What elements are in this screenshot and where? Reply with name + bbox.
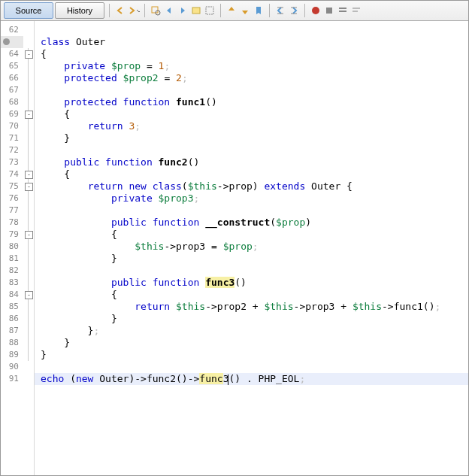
code-line[interactable] — [35, 361, 468, 373]
code-line[interactable] — [35, 205, 468, 217]
code-line[interactable]: protected $prop2 = 2; — [35, 72, 468, 84]
line-number[interactable]: 81 — [1, 253, 23, 265]
find-selection-icon[interactable] — [150, 5, 162, 17]
comment-icon[interactable] — [337, 5, 349, 17]
line-number[interactable] — [1, 36, 23, 48]
line-number[interactable]: 87 — [1, 325, 23, 337]
line-number[interactable]: 91 — [1, 373, 23, 385]
line-number[interactable]: 82 — [1, 265, 23, 277]
line-number[interactable]: 90 — [1, 361, 23, 373]
code-line[interactable]: return new class($this->prop) extends Ou… — [35, 180, 468, 193]
code-line[interactable]: }; — [35, 325, 468, 337]
line-number[interactable]: 73 — [1, 156, 23, 168]
code-line[interactable]: { — [35, 108, 468, 120]
code-line[interactable]: } — [35, 313, 468, 325]
fold-column[interactable]: ------ — [23, 21, 34, 475]
line-number[interactable]: 70 — [1, 120, 23, 132]
line-number[interactable]: 64 — [1, 48, 23, 60]
line-number[interactable]: 66 — [1, 72, 23, 84]
code-line[interactable]: public function func2() — [35, 156, 468, 168]
history-tab[interactable]: History — [55, 2, 104, 19]
nav-back-icon[interactable] — [114, 5, 126, 17]
line-number-gutter[interactable]: 6264656667686970717273747576777879808182… — [1, 21, 23, 475]
toggle-highlight-icon[interactable] — [190, 5, 202, 17]
code-line[interactable]: { — [35, 229, 468, 241]
uncomment-icon[interactable] — [350, 5, 362, 17]
shift-right-icon[interactable] — [288, 5, 300, 17]
code-line[interactable] — [35, 144, 468, 156]
code-area[interactable]: class Outer{ private $prop = 1; protecte… — [34, 21, 468, 475]
code-line[interactable] — [35, 84, 468, 96]
code-line[interactable]: return $this->prop2 + $this->prop3 + $th… — [35, 301, 468, 313]
fold-toggle[interactable]: - — [25, 291, 33, 299]
nav-fwd-dropdown-icon[interactable] — [128, 5, 140, 17]
find-next-icon[interactable] — [177, 5, 189, 17]
line-number[interactable]: 72 — [1, 144, 23, 156]
code-line[interactable]: { — [35, 48, 468, 60]
svg-point-4 — [312, 7, 319, 14]
fold-toggle[interactable]: - — [25, 50, 33, 59]
fold-toggle[interactable]: - — [25, 231, 33, 239]
code-line[interactable]: private $prop = 1; — [35, 60, 468, 72]
line-number[interactable]: 86 — [1, 313, 23, 325]
code-line[interactable]: { — [35, 168, 468, 180]
code-line[interactable]: } — [35, 337, 468, 349]
svg-rect-0 — [152, 7, 158, 13]
code-line[interactable] — [35, 24, 468, 36]
code-line[interactable]: $this->prop3 = $prop; — [35, 241, 468, 253]
separator — [109, 4, 110, 17]
fold-toggle[interactable]: - — [25, 171, 33, 179]
line-number[interactable]: 74 — [1, 168, 23, 180]
code-line[interactable]: protected function func1() — [35, 96, 468, 108]
line-number[interactable]: 75 — [1, 180, 23, 193]
fold-toggle[interactable]: - — [25, 183, 33, 191]
line-number[interactable]: 89 — [1, 349, 23, 361]
shift-left-icon[interactable] — [274, 5, 286, 17]
line-number[interactable]: 78 — [1, 217, 23, 229]
svg-rect-9 — [353, 11, 358, 12]
toggle-bookmark-icon[interactable] — [253, 5, 265, 17]
line-number[interactable]: 85 — [1, 301, 23, 313]
svg-rect-8 — [353, 8, 360, 9]
macro-record-icon[interactable] — [310, 5, 322, 17]
line-number[interactable]: 65 — [1, 60, 23, 72]
code-line[interactable]: return 3; — [35, 120, 468, 132]
code-line[interactable]: class Outer — [35, 36, 468, 48]
svg-rect-3 — [206, 7, 213, 14]
code-line[interactable]: public function func3() — [35, 277, 468, 289]
code-line[interactable]: } — [35, 253, 468, 265]
find-prev-icon[interactable] — [163, 5, 175, 17]
separator — [220, 4, 221, 17]
line-number[interactable]: 69 — [1, 108, 23, 120]
svg-rect-5 — [326, 8, 332, 14]
separator — [144, 4, 145, 17]
separator — [304, 4, 305, 17]
code-editor[interactable]: 6264656667686970717273747576777879808182… — [1, 21, 468, 475]
line-number[interactable]: 84 — [1, 289, 23, 301]
line-number[interactable]: 88 — [1, 337, 23, 349]
line-number[interactable]: 77 — [1, 205, 23, 217]
code-line[interactable]: public function __construct($prop) — [35, 217, 468, 229]
line-number[interactable]: 79 — [1, 229, 23, 241]
code-line[interactable]: private $prop3; — [35, 193, 468, 205]
line-number[interactable]: 67 — [1, 84, 23, 96]
toolbar: Source History — [1, 1, 468, 21]
line-number[interactable]: 83 — [1, 277, 23, 289]
line-number[interactable]: 62 — [1, 24, 23, 36]
line-number[interactable]: 71 — [1, 132, 23, 144]
fold-toggle[interactable]: - — [25, 111, 33, 119]
svg-rect-2 — [192, 8, 200, 14]
toggle-rect-select-icon[interactable] — [204, 5, 216, 17]
code-line[interactable]: } — [35, 349, 468, 361]
source-tab[interactable]: Source — [4, 2, 53, 19]
line-number[interactable]: 80 — [1, 241, 23, 253]
code-line[interactable]: { — [35, 289, 468, 301]
prev-bookmark-icon[interactable] — [225, 5, 238, 17]
code-line[interactable]: echo (new Outer)->func2()->func3() . PHP… — [35, 373, 468, 385]
macro-stop-icon[interactable] — [323, 5, 335, 17]
line-number[interactable]: 76 — [1, 193, 23, 205]
next-bookmark-icon[interactable] — [239, 5, 251, 17]
line-number[interactable]: 68 — [1, 96, 23, 108]
code-line[interactable]: } — [35, 132, 468, 144]
code-line[interactable] — [35, 265, 468, 277]
